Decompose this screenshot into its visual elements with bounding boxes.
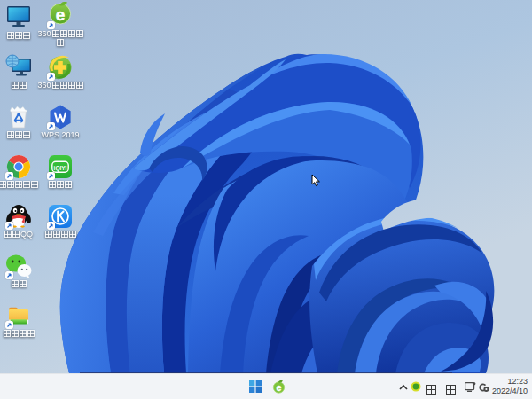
svg-text:iQIYI: iQIYI: [54, 165, 67, 172]
svg-text:e: e: [277, 382, 282, 393]
svg-text:e: e: [56, 5, 66, 24]
